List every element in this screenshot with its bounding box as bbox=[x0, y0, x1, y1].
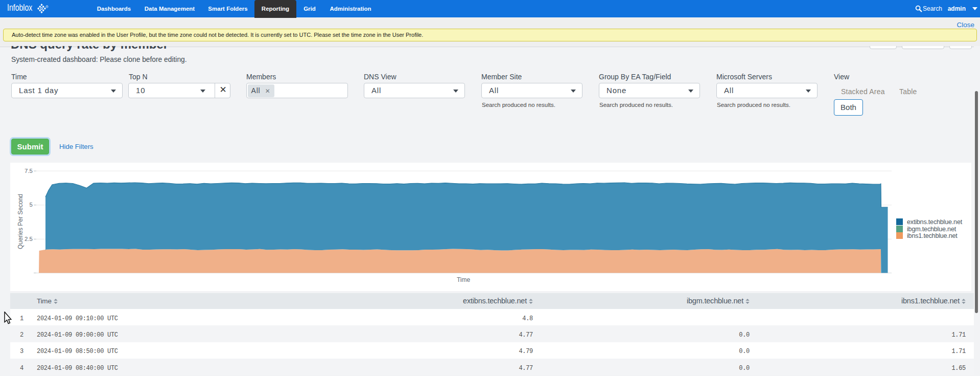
svg-text:7.5: 7.5 bbox=[25, 168, 33, 174]
svg-text:Queries Per Second: Queries Per Second bbox=[17, 194, 24, 249]
svg-text:2.5: 2.5 bbox=[25, 236, 33, 242]
svg-text:Time: Time bbox=[457, 276, 471, 283]
svg-text:5: 5 bbox=[30, 202, 33, 208]
